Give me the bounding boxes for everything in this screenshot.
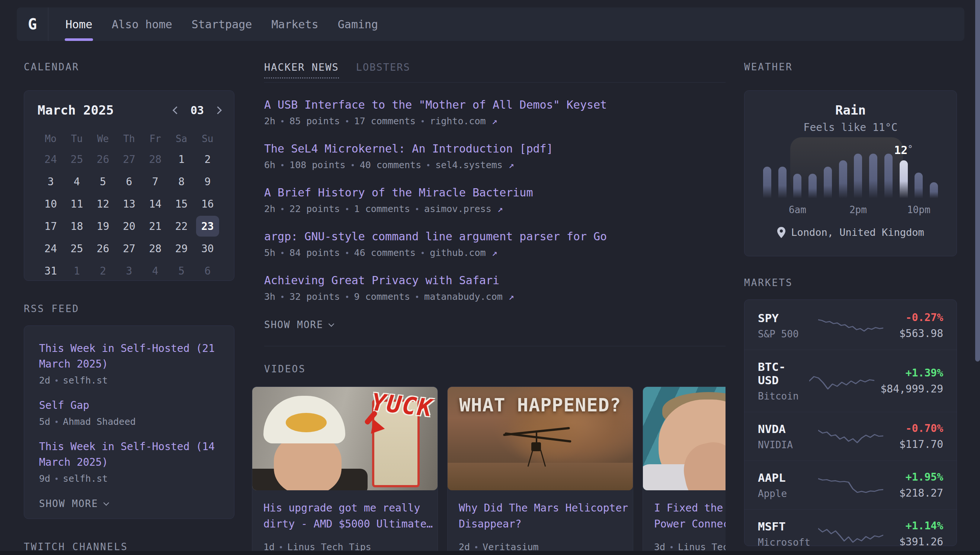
tab-lobsters[interactable]: LOBSTERS — [356, 61, 411, 77]
hn-item-points: 32 points — [289, 291, 340, 302]
rss-item-title[interactable]: Self Gap — [39, 398, 219, 413]
meta-dot-separator — [346, 296, 348, 298]
hn-item: Achieving Great Privacy with Safari3h32 … — [264, 274, 725, 302]
weather-bar — [808, 174, 816, 198]
video-thumbnail[interactable]: YUCK — [252, 387, 438, 490]
hn-item-title[interactable]: A USB Interface to the "Mother of All De… — [264, 98, 725, 111]
markets-list: SPYS&P 500-0.27%$563.98BTC-USDBitcoin+1.… — [744, 301, 957, 546]
rss-show-more-button[interactable]: SHOW MORE — [39, 498, 219, 509]
calendar-day: 31 — [38, 260, 64, 281]
market-ticker[interactable]: MSFT — [758, 520, 812, 533]
meta-dot-separator — [281, 208, 284, 210]
calendar-day: 25 — [64, 238, 90, 259]
hn-item-age: 6h — [264, 160, 275, 170]
calendar-day: 20 — [116, 216, 142, 237]
weather-condition: Rain — [759, 103, 942, 117]
weather-time-tick: 2pm — [849, 204, 867, 215]
market-ticker[interactable]: AAPL — [758, 471, 812, 484]
nav-item-markets[interactable]: Markets — [271, 8, 318, 41]
calendar-prev-icon[interactable] — [173, 106, 180, 114]
markets-widget: SPYS&P 500-0.27%$563.98BTC-USDBitcoin+1.… — [744, 300, 957, 546]
hn-item-title[interactable]: A Brief History of the Miracle Bacterium — [264, 186, 725, 199]
hn-item-title[interactable]: The SeL4 Microkernel: An Introduction [p… — [264, 142, 725, 155]
weather-section-label: WEATHER — [744, 61, 957, 72]
nav-item-label: Home — [66, 18, 92, 31]
market-price: $218.27 — [889, 487, 943, 499]
nav-item-startpage[interactable]: Startpage — [192, 8, 252, 41]
page-scrollbar-thumb[interactable] — [975, 0, 980, 362]
calendar-section-label: CALENDAR — [24, 61, 234, 72]
video-card[interactable]: WHAT HAPPENED?Why Did The Mars Helicopte… — [447, 387, 633, 555]
hn-item: A Brief History of the Miracle Bacterium… — [264, 186, 725, 214]
hn-item-domain: github.com — [430, 247, 486, 258]
rss-item-source: Ahmad Shadeed — [63, 416, 136, 427]
market-sparkline — [818, 474, 883, 496]
market-price: $84,999.29 — [880, 383, 943, 395]
hn-item-meta: 2h85 points17 commentsrighto.com↗ — [264, 115, 725, 127]
meta-dot-separator — [427, 164, 429, 166]
tab-hacker-news[interactable]: HACKER NEWS — [264, 61, 339, 79]
rss-list: This Week in Self-Hosted (21 March 2025)… — [39, 341, 219, 484]
calendar-month-number: 03 — [191, 104, 204, 117]
hn-item-title[interactable]: argp: GNU-style command line argument pa… — [264, 230, 725, 243]
video-title[interactable]: I Fixed the 5 Power Connect — [654, 500, 725, 533]
calendar-next-icon[interactable] — [214, 106, 222, 114]
calendar-day: 7 — [142, 171, 168, 192]
meta-dot-separator — [280, 546, 282, 548]
calendar-day: 16 — [194, 193, 221, 214]
calendar-day: 26 — [90, 238, 116, 259]
market-ticker[interactable]: BTC-USD — [758, 360, 803, 387]
nav-item-home[interactable]: Home — [66, 8, 92, 41]
hn-show-more-label: SHOW MORE — [264, 319, 323, 330]
market-values: +1.95%$218.27 — [889, 471, 943, 499]
meta-dot-separator — [670, 546, 673, 548]
market-names: BTC-USDBitcoin — [758, 360, 803, 402]
videos-section-label: VIDEOS — [264, 363, 725, 375]
weather-bar — [854, 154, 862, 198]
weather-bar — [839, 160, 847, 198]
weather-bar — [824, 167, 832, 199]
calendar-day: 14 — [142, 193, 168, 214]
hn-list: A USB Interface to the "Mother of All De… — [252, 98, 725, 302]
rss-item-meta: 9dselfh.st — [39, 473, 219, 484]
market-price: $117.70 — [889, 438, 943, 451]
market-name: NVIDIA — [758, 440, 812, 451]
hn-item-title[interactable]: Achieving Great Privacy with Safari — [264, 274, 725, 287]
meta-dot-separator — [55, 421, 58, 423]
market-ticker[interactable]: SPY — [758, 311, 812, 325]
calendar-day: 4 — [142, 260, 168, 281]
calendar-day: 25 — [64, 149, 90, 170]
nav-item-also-home[interactable]: Also home — [112, 8, 172, 41]
meta-dot-separator — [281, 164, 284, 166]
nav-item-gaming[interactable]: Gaming — [338, 8, 378, 41]
video-thumbnail[interactable]: WHAT HAPPENED? — [447, 387, 633, 490]
calendar-day: 28 — [142, 149, 168, 170]
calendar-day: 27 — [116, 238, 142, 259]
video-title[interactable]: His upgrade got me really dirty - AMD $5… — [263, 500, 427, 533]
rss-item-title[interactable]: This Week in Self-Hosted (14 March 2025) — [39, 439, 219, 470]
meta-dot-separator — [281, 252, 284, 254]
video-thumbnail[interactable]: DO TH T — [643, 387, 725, 490]
rss-item-title[interactable]: This Week in Self-Hosted (21 March 2025) — [39, 341, 219, 372]
nav-item-label: Also home — [112, 18, 172, 31]
hn-item-points: 84 points — [289, 247, 340, 258]
weather-bar-current — [900, 160, 908, 198]
app-logo: G — [17, 8, 48, 41]
video-card[interactable]: YUCKHis upgrade got me really dirty - AM… — [252, 387, 438, 555]
market-row: MSFTMicrosoft+1.14%$391.26 — [744, 509, 957, 546]
calendar-day: 5 — [168, 260, 194, 281]
hn-item-age: 2h — [264, 204, 275, 214]
weather-location: London, United Kingdom — [791, 226, 924, 238]
calendar-day: 17 — [38, 216, 64, 237]
calendar-day: 3 — [116, 260, 142, 281]
market-names: MSFTMicrosoft — [758, 520, 812, 546]
hn-show-more-button[interactable]: SHOW MORE — [264, 319, 725, 330]
rss-item: This Week in Self-Hosted (21 March 2025)… — [39, 341, 219, 386]
weather-bar — [793, 174, 801, 198]
video-title[interactable]: Why Did The Mars Helicopter Disappear? — [459, 500, 622, 533]
nav-item-label: Startpage — [192, 18, 252, 31]
market-ticker[interactable]: NVDA — [758, 422, 812, 436]
calendar-day: 23 — [196, 216, 219, 237]
video-card[interactable]: DO TH TI Fixed the 5 Power Connect3dLinu… — [643, 387, 725, 555]
nav-item-label: Markets — [271, 18, 318, 31]
